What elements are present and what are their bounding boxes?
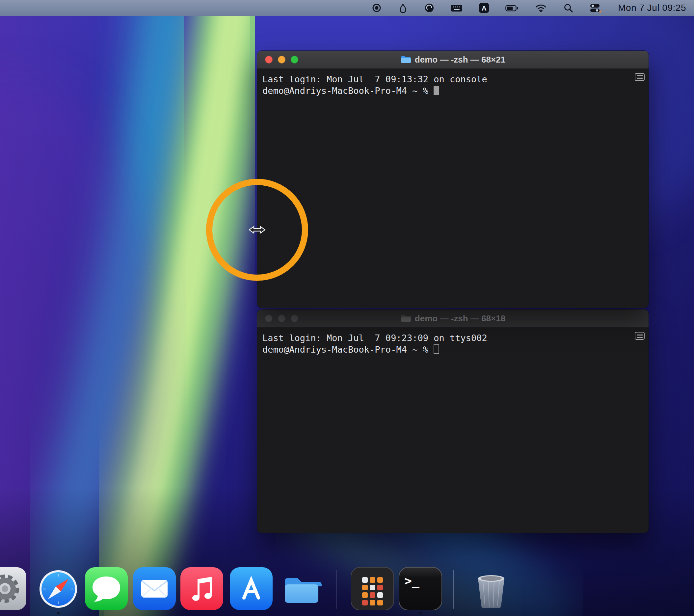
folder-icon <box>400 314 411 323</box>
window-titlebar[interactable]: demo — -zsh — 68×18 <box>257 309 649 328</box>
dock-item-music[interactable] <box>180 567 223 610</box>
running-indicator-terminal <box>419 612 422 614</box>
terminal-pane-menu-icon[interactable] <box>635 331 645 342</box>
menu-bar-clock[interactable]: Mon 7 Jul 09:25 <box>618 3 686 13</box>
minimize-button[interactable] <box>278 315 286 322</box>
terminal-window-bottom[interactable]: demo — -zsh — 68×18 Last login: Mon Jul … <box>257 309 649 533</box>
spotlight-search-icon[interactable] <box>563 2 573 14</box>
menu-bar: A Mon 7 Jul 09:25 <box>0 0 694 16</box>
zoom-button[interactable] <box>291 315 298 322</box>
traffic-lights <box>265 56 298 64</box>
input-source-icon[interactable]: A <box>479 3 489 13</box>
battery-icon[interactable] <box>505 2 518 14</box>
terminal-pane-menu-icon[interactable] <box>635 72 645 84</box>
dock-item-keypad-app[interactable] <box>351 567 394 610</box>
terminal-cursor <box>434 86 439 95</box>
svg-text:>_: >_ <box>404 574 419 588</box>
traffic-lights <box>265 315 298 322</box>
terminal-prompt: demo@Andriys-MacBook-Pro-M4 ~ % <box>262 344 434 355</box>
window-title-text: demo — -zsh — 68×21 <box>415 55 505 65</box>
dock-item-folder[interactable] <box>280 567 323 610</box>
terminal-prompt: demo@Andriys-MacBook-Pro-M4 ~ % <box>262 86 434 96</box>
droplet-icon[interactable] <box>398 2 408 14</box>
dock-item-mail[interactable] <box>133 567 176 610</box>
dock-item-safari[interactable] <box>37 567 80 610</box>
wifi-icon[interactable] <box>535 2 547 14</box>
terminal-content[interactable]: Last login: Mon Jul 7 09:23:09 on ttys00… <box>257 328 649 533</box>
zoom-button[interactable] <box>291 56 298 64</box>
keyboard-icon[interactable] <box>451 2 462 14</box>
dock-item-terminal[interactable]: >_ <box>399 567 442 610</box>
dock-item-app-store[interactable] <box>230 567 273 610</box>
dock-item-system-settings[interactable] <box>0 567 26 610</box>
window-title: demo — -zsh — 68×18 <box>400 313 505 324</box>
terminal-window-top[interactable]: demo — -zsh — 68×21 Last login: Mon Jul … <box>257 51 649 308</box>
creative-cloud-icon[interactable] <box>424 2 434 14</box>
terminal-content[interactable]: Last login: Mon Jul 7 09:13:32 on consol… <box>257 69 649 308</box>
dock-item-trash[interactable] <box>470 567 513 610</box>
dock-divider <box>336 570 336 609</box>
window-title: demo — -zsh — 68×21 <box>400 55 505 65</box>
close-button[interactable] <box>265 315 273 322</box>
control-center-icon[interactable] <box>590 2 602 14</box>
screen-recording-stop-icon[interactable] <box>372 2 382 14</box>
dock-divider <box>453 570 454 609</box>
close-button[interactable] <box>265 56 273 64</box>
window-titlebar[interactable]: demo — -zsh — 68×21 <box>257 51 649 69</box>
terminal-output-line: Last login: Mon Jul 7 09:13:32 on consol… <box>262 73 643 85</box>
terminal-output-line: Last login: Mon Jul 7 09:23:09 on ttys00… <box>262 332 643 344</box>
terminal-prompt-line: demo@Andriys-MacBook-Pro-M4 ~ % <box>262 344 643 355</box>
dock: >_ <box>0 563 694 616</box>
minimize-button[interactable] <box>278 56 286 64</box>
terminal-cursor <box>434 344 439 354</box>
input-source-label: A <box>482 5 487 12</box>
folder-icon <box>400 55 411 64</box>
window-title-text: demo — -zsh — 68×18 <box>415 313 505 324</box>
dock-item-messages[interactable] <box>85 567 128 610</box>
terminal-prompt-line: demo@Andriys-MacBook-Pro-M4 ~ % <box>262 85 643 96</box>
running-indicator-safari <box>57 612 60 614</box>
